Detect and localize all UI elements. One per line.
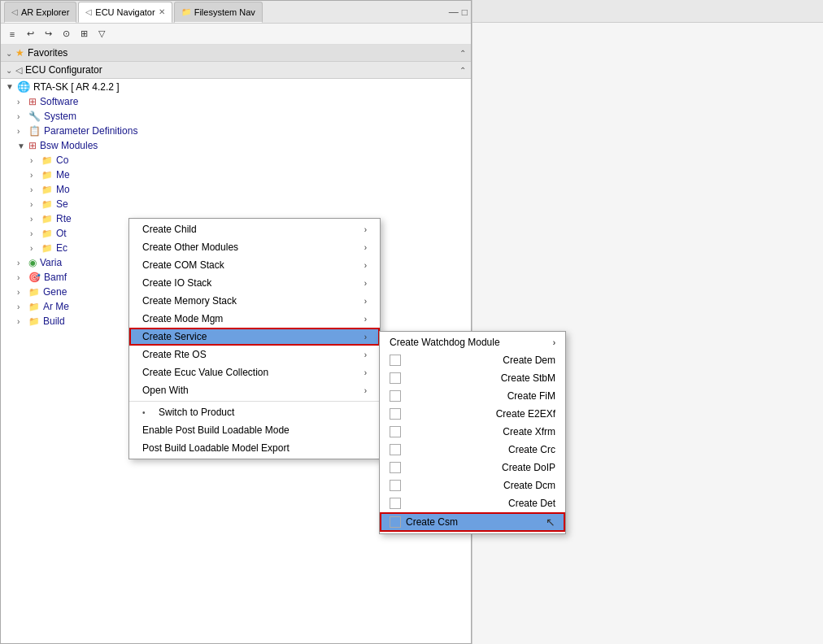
stbm-checkbox-icon — [390, 372, 401, 384]
varia-expand-icon: › — [17, 259, 27, 268]
me-label: Me — [56, 169, 70, 181]
build-label: Build — [43, 315, 65, 327]
gene-label: Gene — [43, 286, 67, 298]
rte-label: Rte — [56, 213, 72, 224]
favorites-star-icon: ★ — [15, 47, 24, 59]
me-folder-icon: 📁 — [41, 170, 53, 181]
submenu-create-e2exf[interactable]: Create E2EXf — [380, 405, 565, 423]
fim-checkbox-icon — [390, 390, 401, 402]
tree-item-se[interactable]: › 📁 Se — [1, 197, 471, 211]
tree-item-co[interactable]: › 📁 Co — [1, 153, 471, 168]
create-ecuc-arrow-icon: › — [364, 368, 367, 377]
submenu-create-watchdog[interactable]: Create Watchdog Module › — [380, 333, 565, 351]
e2exf-checkbox-icon — [390, 408, 401, 420]
root-expand-icon: ▼ — [6, 82, 15, 91]
system-expand-icon: › — [17, 112, 27, 121]
menu-create-mode-mgm[interactable]: Create Mode Mgm › — [129, 310, 380, 328]
right-panel-header — [472, 0, 823, 23]
menu-create-ecuc[interactable]: Create Ecuc Value Collection › — [129, 363, 380, 381]
tree-item-param-defs[interactable]: › 📋 Parameter Definitions — [1, 124, 471, 138]
submenu-create-doip[interactable]: Create DoIP — [380, 459, 565, 476]
menu-create-io-stack[interactable]: Create IO Stack › — [129, 274, 380, 292]
favorites-section[interactable]: ⌄ ★ Favorites ⌃ — [1, 45, 471, 62]
menu-post-build-export[interactable]: Post Build Loadable Model Export — [129, 439, 380, 457]
ecu-nav-icon: ◁ — [85, 7, 92, 16]
bsw-expand-icon: ▼ — [17, 141, 27, 150]
submenu-create-xfrm[interactable]: Create Xfrm — [380, 423, 565, 441]
tab-ar-explorer[interactable]: ◁ AR Explorer — [4, 2, 76, 23]
ar-explorer-icon: ◁ — [11, 7, 18, 16]
tree-item-software[interactable]: › ⊞ Software — [1, 94, 471, 109]
menu-create-com-stack[interactable]: Create COM Stack › — [129, 256, 380, 274]
tree-item-system[interactable]: › 🔧 System — [1, 109, 471, 124]
menu-create-child[interactable]: Create Child › — [129, 220, 380, 238]
menu-enable-post-build[interactable]: Enable Post Build Loadable Mode — [129, 421, 380, 439]
det-checkbox-icon — [390, 498, 401, 509]
tab-bar: ◁ AR Explorer ◁ ECU Navigator ✕ 📁 Filesy… — [1, 1, 471, 24]
menu-open-with[interactable]: Open With › — [129, 381, 380, 399]
software-icon: ⊞ — [28, 96, 37, 107]
submenu-create-det[interactable]: Create Det — [380, 494, 565, 512]
ecu-caret-icon: ⌃ — [459, 66, 466, 75]
view-btn[interactable]: ⊞ — [76, 26, 92, 42]
crc-checkbox-icon — [390, 444, 401, 455]
menu-btn[interactable]: ▽ — [94, 26, 110, 42]
menu-create-other-modules[interactable]: Create Other Modules › — [129, 238, 380, 256]
submenu-create-crc[interactable]: Create Crc — [380, 441, 565, 459]
create-io-arrow-icon: › — [364, 279, 367, 288]
system-icon: 🔧 — [28, 111, 41, 122]
tree-item-bsw[interactable]: ▼ ⊞ Bsw Modules — [1, 138, 471, 153]
submenu-create-dcm[interactable]: Create Dcm — [380, 476, 565, 494]
mo-expand-icon: › — [30, 185, 40, 194]
open-with-arrow-icon: › — [364, 386, 367, 395]
tab-filesystem-nav[interactable]: 📁 Filesystem Nav — [174, 2, 263, 23]
cursor-icon: ↖ — [546, 516, 555, 529]
param-expand-icon: › — [17, 127, 27, 136]
tab-close-icon[interactable]: ✕ — [159, 7, 165, 16]
software-label: Software — [40, 96, 78, 107]
create-mem-arrow-icon: › — [364, 297, 367, 306]
menu-create-rte-os[interactable]: Create Rte OS › — [129, 346, 380, 363]
menu-separator-1 — [129, 401, 380, 402]
co-expand-icon: › — [30, 156, 40, 165]
param-defs-label: Parameter Definitions — [44, 125, 137, 137]
submenu-create-fim[interactable]: Create FiM — [380, 387, 565, 405]
ecu-configurator-section[interactable]: ⌄ ◁ ECU Configurator ⌃ — [1, 62, 471, 79]
maximize-icon[interactable]: □ — [462, 7, 468, 18]
ot-folder-icon: 📁 — [41, 228, 53, 239]
menu-switch-product[interactable]: • Switch to Product — [129, 403, 380, 421]
favorites-label: Favorites — [28, 47, 67, 59]
toolbar: ≡ ↩ ↪ ⊙ ⊞ ▽ — [1, 24, 471, 45]
tree-root[interactable]: ▼ 🌐 RTA-SK [ AR 4.2.2 ] — [1, 79, 471, 94]
collapse-all-btn[interactable]: ≡ — [4, 26, 20, 42]
menu-create-service[interactable]: Create Service › — [129, 328, 380, 346]
submenu-create-csm[interactable]: Create Csm ↖ — [380, 512, 565, 532]
bsw-icon: ⊞ — [28, 140, 37, 151]
mo-label: Mo — [56, 184, 70, 195]
create-service-submenu: Create Watchdog Module › Create Dem Crea… — [379, 331, 566, 534]
tree-item-mo[interactable]: › 📁 Mo — [1, 182, 471, 197]
minimize-icon[interactable]: — — [449, 7, 459, 18]
favorites-collapse-icon: ⌄ — [6, 49, 12, 58]
create-child-arrow-icon: › — [364, 225, 367, 234]
dcm-checkbox-icon — [390, 480, 401, 491]
tab-ecu-navigator[interactable]: ◁ ECU Navigator ✕ — [78, 2, 172, 23]
create-rte-arrow-icon: › — [364, 350, 367, 359]
build-folder-icon: 📁 — [28, 316, 40, 327]
ec-label: Ec — [56, 242, 67, 254]
forward-btn[interactable]: ↪ — [40, 26, 56, 42]
favorites-caret-icon: ⌃ — [459, 49, 466, 58]
gene-expand-icon: › — [17, 288, 27, 297]
sync-btn[interactable]: ⊙ — [58, 26, 74, 42]
back-btn[interactable]: ↩ — [22, 26, 38, 42]
tree-item-me[interactable]: › 📁 Me — [1, 168, 471, 182]
menu-create-memory-stack[interactable]: Create Memory Stack › — [129, 292, 380, 310]
submenu-create-stbm[interactable]: Create StbM — [380, 369, 565, 387]
se-expand-icon: › — [30, 200, 40, 209]
dem-checkbox-icon — [390, 355, 401, 366]
rta-icon: 🌐 — [17, 80, 30, 93]
me-expand-icon: › — [30, 171, 40, 180]
submenu-create-dem[interactable]: Create Dem — [380, 351, 565, 369]
rte-folder-icon: 📁 — [41, 214, 53, 224]
co-label: Co — [56, 154, 68, 166]
